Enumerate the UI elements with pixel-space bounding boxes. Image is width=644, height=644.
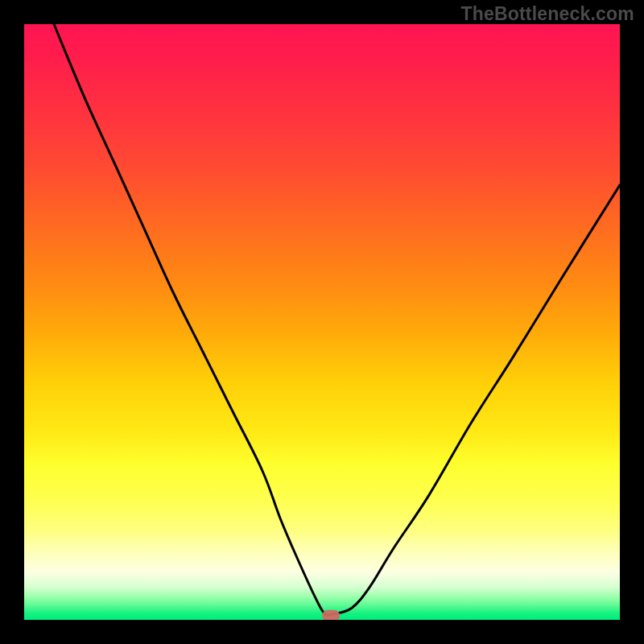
- chart-frame: TheBottleneck.com: [0, 0, 644, 644]
- plot-area: [24, 24, 620, 620]
- optimum-marker: [322, 610, 340, 620]
- chart-svg: [24, 24, 620, 620]
- watermark-text: TheBottleneck.com: [460, 3, 634, 25]
- bottleneck-curve: [54, 24, 620, 615]
